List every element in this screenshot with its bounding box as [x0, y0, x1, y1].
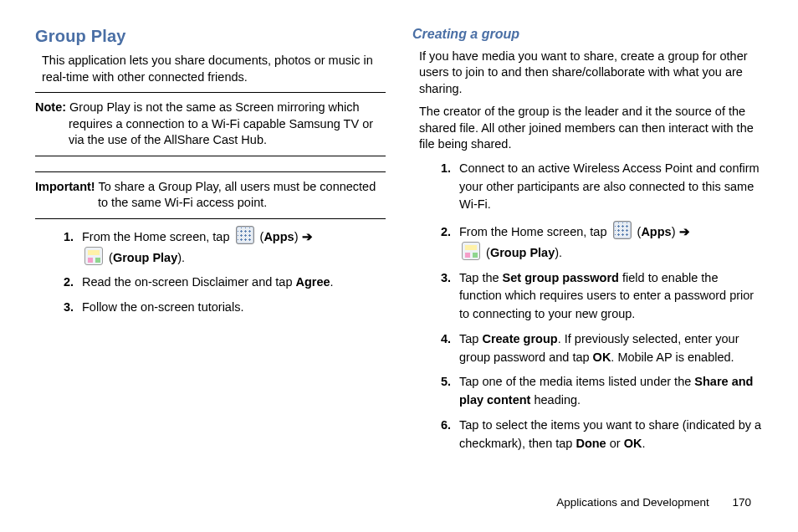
apps-icon	[613, 221, 632, 239]
step-text: Tap the	[459, 271, 503, 284]
note-block: Note: Group Play is not the same as Scre…	[35, 98, 386, 151]
divider	[35, 156, 386, 156]
left-column: Group Play This application lets you sha…	[35, 25, 386, 459]
divider	[35, 92, 386, 93]
step-text: Tap one of the media items listed under …	[459, 375, 694, 388]
page-footer: Applications and Development 170	[556, 496, 751, 509]
intro-paragraph: This application lets you share document…	[35, 53, 386, 85]
step-text: )	[672, 225, 679, 238]
right-step-5: Tap one of the media items listed under …	[454, 373, 763, 410]
group-play-icon	[462, 242, 480, 260]
important-label: Important!	[35, 180, 95, 193]
step-text: heading.	[530, 393, 581, 407]
step-text: ).	[555, 246, 562, 259]
step-text: .	[330, 275, 334, 289]
right-p1: If you have media you want to share, cre…	[412, 49, 763, 98]
step-text: From the Home screen, tap	[459, 225, 611, 238]
page-content: Group Play This application lets you sha…	[0, 0, 798, 468]
note-body: Note: Group Play is not the same as Scre…	[35, 100, 386, 149]
note-text: Group Play is not the same as Screen mir…	[66, 100, 373, 146]
important-block: Important! To share a Group Play, all us…	[35, 177, 386, 213]
left-steps: From the Home screen, tap (Apps) ➔ (Grou…	[54, 226, 386, 317]
step-text: From the Home screen, tap	[82, 230, 233, 243]
agree-label: Agree	[296, 275, 330, 289]
page-number: 170	[732, 496, 751, 509]
right-step-6: Tap to select the items you want to shar…	[454, 417, 763, 453]
important-body: Important! To share a Group Play, all us…	[35, 179, 386, 212]
right-steps: Connect to an active Wireless Access Poi…	[431, 160, 763, 453]
arrow-icon: ➔	[679, 225, 690, 238]
right-step-2: From the Home screen, tap (Apps) ➔ (Grou…	[454, 221, 763, 263]
step-text: or	[606, 437, 624, 450]
note-label: Note:	[35, 100, 66, 114]
done-label: Done	[575, 437, 606, 450]
step-text: . Mobile AP is enabled.	[611, 350, 734, 364]
right-p2: The creator of the group is the leader a…	[412, 104, 763, 153]
set-group-password-label: Set group password	[503, 271, 619, 284]
create-group-label: Create group	[482, 332, 557, 345]
left-step-2: Read the on-screen Disclaimer and tap Ag…	[77, 274, 386, 292]
left-step-3: Follow the on-screen tutorials.	[77, 299, 386, 317]
apps-icon	[236, 226, 254, 244]
step-text: Follow the on-screen tutorials.	[82, 300, 243, 314]
step-text: Tap	[459, 332, 482, 345]
apps-label: Apps	[641, 225, 671, 238]
footer-section-title: Applications and Development	[556, 496, 708, 509]
ok-label: OK	[624, 437, 642, 450]
right-step-4: Tap Create group. If previously selected…	[454, 330, 763, 367]
step-text: .	[642, 437, 645, 450]
divider	[35, 171, 386, 172]
group-play-label: Group Play	[113, 251, 177, 264]
right-step-3: Tap the Set group password field to enab…	[454, 269, 763, 324]
step-text: Connect to an active Wireless Access Poi…	[459, 161, 760, 212]
step-text: )	[294, 230, 302, 243]
arrow-icon: ➔	[302, 230, 313, 243]
right-column: Creating a group If you have media you w…	[412, 25, 763, 459]
group-play-icon	[84, 247, 103, 265]
ok-label: OK	[593, 350, 611, 364]
subsection-heading-creating-group: Creating a group	[412, 25, 763, 43]
divider	[35, 218, 386, 219]
important-text: To share a Group Play, all users must be…	[95, 180, 376, 210]
left-step-1: From the Home screen, tap (Apps) ➔ (Grou…	[77, 226, 386, 268]
group-play-label: Group Play	[490, 246, 555, 259]
step-text: Read the on-screen Disclaimer and tap	[82, 275, 296, 289]
right-step-1: Connect to an active Wireless Access Poi…	[454, 160, 763, 214]
apps-label: Apps	[263, 230, 294, 243]
step-text: ).	[177, 251, 185, 264]
section-heading-group-play: Group Play	[35, 25, 386, 48]
